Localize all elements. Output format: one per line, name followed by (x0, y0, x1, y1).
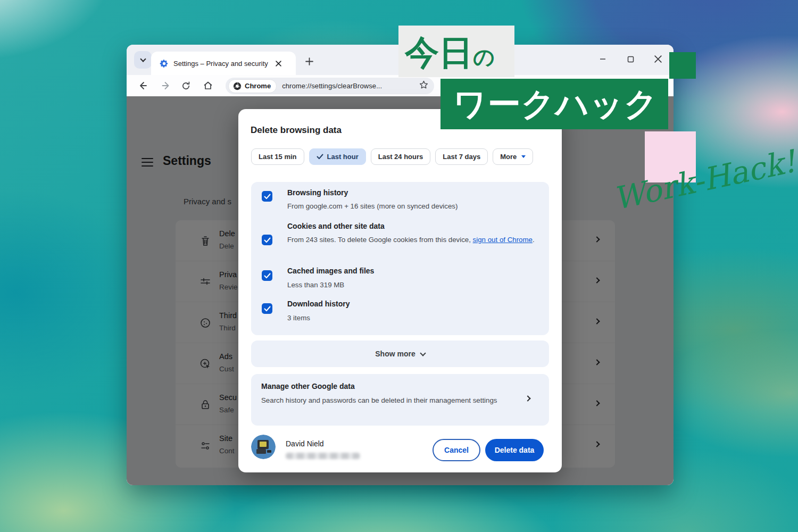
checkbox-download-history[interactable] (262, 303, 272, 314)
chevron-right-icon (525, 395, 530, 401)
item-desc: 3 items (287, 311, 537, 325)
bookmark-star-icon[interactable] (419, 80, 429, 92)
checkbox-cookies[interactable] (262, 235, 272, 245)
pink-square-accent (645, 131, 696, 182)
data-types-list: Browsing history From google.com + 16 si… (251, 182, 549, 335)
cancel-button[interactable]: Cancel (433, 439, 480, 461)
chip-last-hour[interactable]: Last hour (309, 148, 366, 165)
minimize-button[interactable] (595, 51, 611, 67)
desc-text: . (533, 236, 535, 244)
chevron-down-icon (140, 56, 146, 62)
item-desc: Less than 319 MB (287, 278, 537, 292)
chevron-down-icon (420, 350, 426, 356)
checkbox-browsing-history[interactable] (262, 191, 272, 202)
back-icon[interactable] (137, 79, 150, 92)
chip-last-7-days[interactable]: Last 7 days (435, 148, 488, 165)
item-desc: From 243 sites. To delete Google cookies… (287, 233, 537, 246)
manage-desc: Search history and passwords can be dele… (261, 394, 507, 407)
maximize-button[interactable] (622, 51, 638, 67)
banner-text: ワークハック (453, 82, 658, 127)
omnibox[interactable]: Chrome chrome://settings/clearBrowse... (226, 78, 434, 94)
kyou-no-badge: 今日 の (398, 26, 514, 77)
new-tab-button[interactable] (303, 55, 315, 68)
reload-icon[interactable] (179, 79, 192, 92)
work-hack-banner: ワークハック (440, 79, 668, 129)
url-text: chrome://settings/clearBrowse... (282, 82, 382, 90)
user-avatar (251, 435, 276, 459)
item-title: Browsing history (287, 188, 348, 197)
chrome-url-chip[interactable]: Chrome (228, 79, 277, 93)
window-controls (595, 51, 666, 67)
tab-title: Settings – Privacy and security (173, 60, 272, 68)
tab-search-button[interactable] (134, 51, 152, 69)
settings-gear-favicon (160, 59, 169, 68)
chrome-chip-label: Chrome (245, 82, 271, 90)
item-desc: From google.com + 16 sites (more on sync… (287, 200, 537, 213)
forward-icon[interactable] (159, 79, 172, 92)
close-window-button[interactable] (650, 51, 666, 67)
sign-out-link[interactable]: sign out of Chrome (473, 236, 533, 244)
badge-kanji: 今日 (405, 32, 473, 73)
chrome-logo-icon (233, 82, 242, 90)
item-title: Cookies and other site data (287, 222, 385, 230)
chip-more[interactable]: More (493, 148, 533, 165)
desc-text: From 243 sites. To delete Google cookies… (287, 236, 473, 244)
user-name: David Nield (286, 439, 324, 448)
show-more-button[interactable]: Show more (251, 340, 549, 367)
home-icon[interactable] (202, 79, 214, 92)
user-email-redacted (286, 453, 360, 459)
item-title: Download history (287, 300, 350, 308)
checkbox-cached-images[interactable] (262, 270, 272, 281)
show-more-label: Show more (375, 350, 415, 358)
tab-close-icon[interactable] (273, 59, 283, 68)
badge-kana: の (473, 41, 495, 73)
item-title: Cached images and files (287, 267, 374, 275)
dropdown-caret-icon (521, 155, 526, 158)
manage-title: Manage other Google data (261, 382, 355, 390)
manage-google-data-row[interactable]: Manage other Google data Search history … (251, 374, 549, 426)
active-tab[interactable]: Settings – Privacy and security (151, 52, 296, 75)
dialog-title: Delete browsing data (251, 125, 342, 136)
chip-last-15-min[interactable]: Last 15 min (251, 148, 304, 165)
delete-data-button[interactable]: Delete data (485, 439, 544, 461)
green-square-accent (669, 52, 696, 79)
check-icon (317, 154, 323, 160)
delete-browsing-data-dialog: Delete browsing data Last 15 min Last ho… (238, 109, 562, 472)
chip-last-24-hours[interactable]: Last 24 hours (371, 148, 431, 165)
stage: Settings – Privacy and security (0, 0, 798, 532)
time-range-chips: Last 15 min Last hour Last 24 hours Last… (251, 148, 533, 165)
